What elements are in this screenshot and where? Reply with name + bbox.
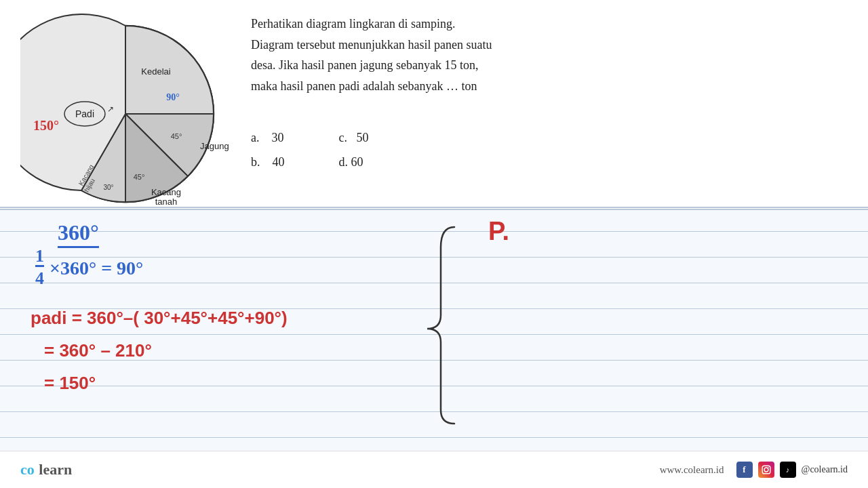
pie-chart-svg: Kedelai 90° Jagung 45° Kacang tanah 45° …: [20, 14, 231, 214]
svg-point-16: [764, 468, 768, 472]
question-line3: desa. Jika hasil panen jagung sebanyak 1…: [251, 58, 478, 72]
logo-co: co: [20, 461, 35, 478]
svg-rect-15: [762, 466, 770, 474]
tiktok-icon: ♪: [780, 462, 796, 478]
question-line1: Perhatikan diagram lingkaran di samping.: [251, 17, 455, 30]
footer-url: www.colearn.id: [660, 464, 724, 476]
question-text: Perhatikan diagram lingkaran di samping.…: [251, 14, 854, 96]
svg-text:Kacang: Kacang: [151, 187, 181, 197]
option-c: c. 50: [339, 125, 369, 150]
pie-chart-container: Kedelai 90° Jagung 45° Kacang tanah 45° …: [20, 14, 237, 210]
answer-col-left: a. 30 b. 40: [251, 125, 285, 174]
facebook-icon: f: [736, 462, 753, 478]
work-padi-calculation: padi = 360°–( 30°+45°+45°+90°) = 360° – …: [31, 302, 288, 399]
option-a: a. 30: [251, 125, 285, 150]
work-360: 360°: [58, 220, 99, 245]
svg-text:tanah: tanah: [155, 197, 178, 207]
footer: co learn www.colearn.id f ♪ @colearn.id: [0, 451, 868, 488]
work-times-360: ×360° = 90°: [50, 258, 143, 279]
instagram-icon: [758, 462, 774, 478]
svg-text:45°: 45°: [171, 132, 182, 140]
svg-text:Jagung: Jagung: [200, 141, 229, 151]
answer-options: a. 30 b. 40 c. 50 d. 60: [251, 125, 369, 174]
footer-logo: co learn: [20, 461, 72, 479]
svg-text:45°: 45°: [134, 173, 145, 181]
svg-text:30°: 30°: [103, 184, 113, 191]
svg-text:↗: ↗: [107, 104, 114, 114]
svg-text:90°: 90°: [166, 92, 180, 102]
social-handle: @colearn.id: [802, 464, 848, 475]
work-line5: = 150°: [44, 367, 288, 399]
fraction-numerator: 1: [35, 247, 44, 265]
social-icons: f ♪ @colearn.id: [736, 462, 848, 478]
question-line4: maka hasil panen padi adalah sebanyak … …: [251, 79, 477, 93]
fraction-denominator: 4: [35, 265, 44, 289]
option-b: b. 40: [251, 150, 285, 174]
question-line2: Diagram tersebut menunjukkan hasil panen…: [251, 38, 492, 52]
work-area: 360° 1 4 ×360° = 90° padi = 360°–( 30°+4…: [20, 214, 868, 407]
answer-col-right: c. 50 d. 60: [339, 125, 369, 174]
svg-text:Padi: Padi: [75, 108, 94, 119]
section-divider: [0, 207, 868, 208]
curly-brace-svg: [400, 220, 481, 430]
work-fraction-line: 1 4 ×360° = 90°: [35, 247, 143, 289]
work-line4: = 360° – 210°: [44, 334, 288, 367]
svg-text:Kedelai: Kedelai: [141, 66, 170, 77]
logo-learn: learn: [39, 461, 72, 478]
option-d: d. 60: [339, 150, 369, 174]
footer-right: www.colearn.id f ♪ @colearn.id: [660, 462, 848, 478]
work-line3: padi = 360°–( 30°+45°+45°+90°): [31, 302, 288, 334]
content-area: Kedelai 90° Jagung 45° Kacang tanah 45° …: [0, 0, 868, 447]
svg-text:150°: 150°: [33, 118, 59, 133]
work-p-letter: P.: [488, 217, 509, 246]
svg-point-17: [768, 467, 768, 468]
